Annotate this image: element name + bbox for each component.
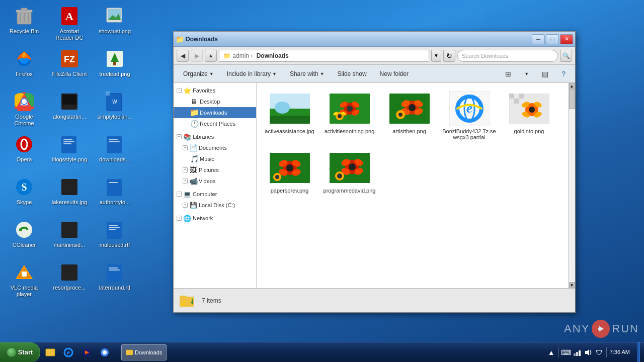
libraries-icon: 📚 xyxy=(183,133,191,141)
search-button[interactable]: 🔍 xyxy=(560,50,572,62)
taskbar-downloads-button[interactable]: Downloads xyxy=(121,344,167,360)
up-button[interactable]: ▲ xyxy=(205,50,217,62)
start-button[interactable]: Start xyxy=(0,342,40,363)
desktop-icon-ccleaner[interactable]: CCleaner xyxy=(4,218,44,258)
maleused-label: maleused.rtf xyxy=(100,242,130,248)
desktop-icon-lakeresults[interactable]: lakeresults.jpg xyxy=(49,175,90,215)
nav-item-recent-places[interactable]: 🕐 Recent Places xyxy=(174,118,256,129)
svg-rect-39 xyxy=(107,179,122,196)
preview-pane-button[interactable]: ▤ xyxy=(536,67,554,80)
nav-item-local-disk[interactable]: + 💾 Local Disk (C:) xyxy=(174,200,256,211)
share-with-button[interactable]: Share with ▼ xyxy=(284,67,330,80)
file-item-goldinto[interactable]: goldinto.png xyxy=(500,87,558,144)
pictures-expand[interactable]: + xyxy=(183,167,188,172)
tray-show-hidden-icon[interactable]: ▲ xyxy=(547,348,555,356)
desktop-icon-laterround[interactable]: laterround.rtf xyxy=(95,260,135,301)
taskbar-explorer-icon[interactable] xyxy=(42,344,58,360)
file-item-artistthen[interactable]: artistthen.png xyxy=(380,87,438,144)
file-item-papersprev[interactable]: papersprev.png xyxy=(261,146,318,198)
desktop-icon-recycle-bin[interactable]: Recycle Bin xyxy=(4,4,44,44)
file-item-bonzibuddy[interactable]: e BonziBuddy432.7z.sewsgx3.partial xyxy=(440,87,498,144)
scroll-up-button[interactable]: ▲ xyxy=(569,83,575,89)
computer-expand[interactable]: − xyxy=(177,192,182,197)
laterround-label: laterround.rtf xyxy=(99,285,130,291)
firefox-icon xyxy=(14,49,34,69)
desktop-icon-downloads[interactable]: downloads... xyxy=(95,132,135,172)
nav-item-downloads[interactable]: 📁 Downloads xyxy=(174,107,256,118)
desktop-icon-acrobat[interactable]: A Acrobat Reader DC xyxy=(49,4,90,44)
file-item-activitiesnothing[interactable]: activitiesnothing.png xyxy=(320,87,378,144)
new-folder-button[interactable]: New folder xyxy=(374,67,414,80)
nav-item-libraries[interactable]: − 📚 Libraries xyxy=(174,131,256,142)
desktop-icon-martininsid[interactable]: martininsid... xyxy=(49,218,90,258)
tray-network-icon[interactable] xyxy=(573,348,581,356)
nav-item-videos[interactable]: + 📹 Videos xyxy=(174,175,256,187)
nav-item-favorites[interactable]: − ⭐ Favorites xyxy=(174,85,256,96)
desktop-icon-resortproc[interactable]: resortproce... xyxy=(49,260,90,301)
back-button[interactable]: ◀ xyxy=(177,50,189,62)
desktop-icon-alongstart[interactable]: alongstartin... xyxy=(49,89,90,130)
maximize-button[interactable]: □ xyxy=(546,34,559,44)
search-box[interactable]: Search Downloads xyxy=(457,50,558,62)
svg-rect-46 xyxy=(109,227,120,228)
desktop-icon-filezilla[interactable]: FZ FileZilla Client xyxy=(49,47,90,87)
status-item-count: 7 items xyxy=(202,297,221,304)
file-item-activeassistance[interactable]: activeassistance.jpg xyxy=(261,87,318,144)
desktop-icon-authorityto[interactable]: authorityto... xyxy=(95,175,135,215)
vertical-scrollbar[interactable]: ▲ ▼ xyxy=(568,83,575,288)
scroll-thumb[interactable] xyxy=(569,89,575,109)
file-item-programmedavid[interactable]: programmedavid.png xyxy=(320,146,378,198)
desktop-icon-maleused[interactable]: maleused.rtf xyxy=(95,218,135,258)
documents-expand[interactable]: + xyxy=(183,145,188,150)
taskbar-separator xyxy=(117,345,117,360)
svg-rect-85 xyxy=(514,94,519,99)
file-thumb-papersprev xyxy=(270,150,310,186)
scroll-track[interactable] xyxy=(569,89,575,282)
slide-show-button[interactable]: Slide show xyxy=(332,67,372,80)
close-button[interactable]: ✕ xyxy=(560,34,573,44)
organize-button[interactable]: Organize ▼ xyxy=(178,67,219,80)
tray-security-icon[interactable]: 🛡 xyxy=(595,348,603,356)
refresh-button[interactable]: ↻ xyxy=(443,50,455,62)
view-large-icons-button[interactable]: ⊞ xyxy=(500,67,517,80)
help-button[interactable]: ? xyxy=(556,67,571,80)
address-path[interactable]: 📁 admin › Downloads xyxy=(219,50,429,62)
forward-button[interactable]: ▶ xyxy=(191,50,203,62)
desktop-icon-simplylookin[interactable]: W simplylookin... xyxy=(95,89,135,130)
search-placeholder: Search Downloads xyxy=(462,53,508,59)
desktop-icon-firefox[interactable]: Firefox xyxy=(4,47,44,87)
taskbar-media-icon[interactable] xyxy=(78,344,95,360)
file-area[interactable]: activeassistance.jpg xyxy=(257,83,568,288)
scroll-down-button[interactable]: ▼ xyxy=(569,282,575,288)
include-library-button[interactable]: Include in library ▼ xyxy=(221,67,282,80)
show-desktop-button[interactable] xyxy=(637,342,640,363)
libraries-expand[interactable]: − xyxy=(177,134,182,139)
system-clock[interactable]: 7:36 AM xyxy=(610,348,634,355)
tray-keyboard-icon[interactable]: ⌨ xyxy=(562,348,570,356)
tray-volume-icon[interactable] xyxy=(584,348,592,356)
desktop-icon-chrome[interactable]: Google Chrome xyxy=(4,89,44,130)
desktop-icon-vlc[interactable]: VLC media player xyxy=(4,260,44,301)
desktop-icon-treelead[interactable]: treelead.png xyxy=(95,47,135,87)
nav-item-pictures[interactable]: + 🖼 Pictures xyxy=(174,164,256,175)
nav-item-network[interactable]: + 🌐 Network xyxy=(174,213,256,224)
nav-item-computer[interactable]: − 💻 Computer xyxy=(174,189,256,200)
recycle-bin-label: Recycle Bin xyxy=(10,28,39,35)
desktop-icon-skype[interactable]: S Skype xyxy=(4,175,44,215)
nav-item-documents[interactable]: + 📄 Documents xyxy=(174,142,256,153)
taskbar-chrome-icon[interactable] xyxy=(97,344,113,360)
favorites-expand[interactable]: − xyxy=(177,88,182,93)
nav-pane[interactable]: − ⭐ Favorites 🖥 Desktop 📁 Downloads 🕐 Re… xyxy=(174,83,257,288)
nav-item-desktop[interactable]: 🖥 Desktop xyxy=(174,96,256,107)
desktop-icon-blogsstyle[interactable]: blogsstyle.png xyxy=(49,132,90,172)
desktop-icon-showjust[interactable]: showjust.png xyxy=(95,4,135,44)
nav-item-music[interactable]: 🎵 Music xyxy=(174,153,256,164)
address-dropdown[interactable]: ▼ xyxy=(431,50,441,62)
minimize-button[interactable]: ─ xyxy=(532,34,545,44)
desktop-icon-opera[interactable]: Opera xyxy=(4,132,44,172)
taskbar-ie-icon[interactable]: e xyxy=(60,344,76,360)
local-disk-expand[interactable]: + xyxy=(183,203,188,208)
network-expand[interactable]: + xyxy=(177,216,182,221)
videos-expand[interactable]: + xyxy=(183,178,188,184)
view-options-button[interactable]: ▼ xyxy=(519,67,534,80)
